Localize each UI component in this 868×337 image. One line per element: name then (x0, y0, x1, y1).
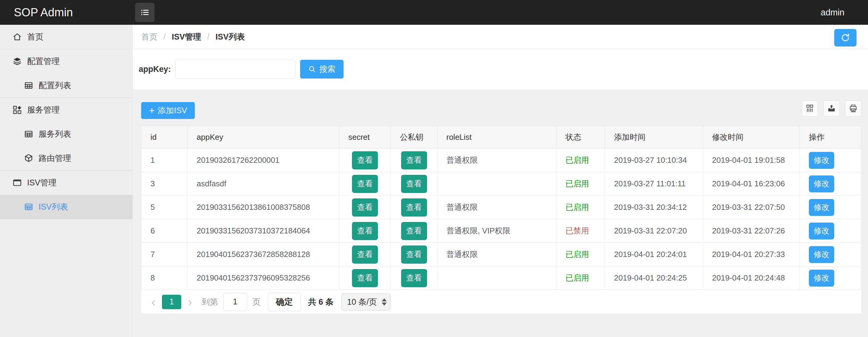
sidebar-item-route-mgmt[interactable]: 路由管理 (0, 146, 132, 170)
breadcrumb-isv-mgmt[interactable]: ISV管理 (172, 31, 202, 42)
sidebar-item-home[interactable]: 首页 (0, 25, 132, 49)
cube-icon (24, 153, 34, 163)
search-bar: appKey: 搜索 (133, 49, 868, 89)
view-secret-button[interactable]: 查看 (352, 151, 378, 169)
prev-page-button[interactable]: ‹ (150, 296, 157, 308)
plus-icon: + (149, 106, 155, 115)
goto-page-suffix: 页 (252, 297, 260, 307)
breadcrumb-separator: / (163, 32, 166, 41)
appkey-search-input[interactable] (175, 60, 295, 79)
cell-created: 2019-03-27 11:01:11 (605, 172, 703, 195)
edit-button[interactable]: 修改 (809, 175, 834, 192)
table-row: 8 20190401562373796095328256 查看 查看 已启用 2… (142, 266, 861, 290)
cell-id: 3 (142, 172, 188, 195)
cell-updated: 2019-04-01 16:23:06 (703, 172, 800, 195)
view-secret-button[interactable]: 查看 (352, 222, 378, 240)
cell-updated: 2019-03-31 22:07:50 (703, 196, 800, 219)
column-header-rolelist: roleList (437, 126, 556, 148)
edit-button[interactable]: 修改 (809, 223, 834, 240)
export-button[interactable] (824, 100, 840, 117)
sidebar-item-isv-list[interactable]: ISV列表 (0, 195, 132, 219)
column-header-id: id (142, 126, 188, 148)
table-icon (24, 129, 34, 139)
hamburger-icon (140, 7, 150, 18)
edit-button[interactable]: 修改 (809, 199, 834, 216)
sidebar-item-isv-mgmt[interactable]: ISV管理 (0, 171, 132, 195)
cell-created: 2019-03-31 20:34:12 (605, 196, 703, 219)
status-badge: 已禁用 (556, 219, 605, 243)
view-secret-button[interactable]: 查看 (352, 175, 378, 193)
sidebar-item-config-list[interactable]: 配置列表 (0, 74, 132, 97)
sidebar-item-label: 路由管理 (39, 153, 71, 164)
cell-appkey: 20190331562013861008375808 (188, 196, 339, 219)
print-icon (849, 104, 858, 113)
refresh-button[interactable] (834, 29, 857, 47)
view-secret-button[interactable]: 查看 (352, 246, 378, 263)
table-row: 5 20190331562013861008375808 查看 查看 普通权限 … (142, 196, 861, 219)
goto-page-input[interactable] (223, 293, 247, 311)
view-secret-button[interactable]: 查看 (352, 269, 378, 287)
select-arrows-icon (382, 298, 386, 306)
column-header-appkey: appKey (188, 126, 339, 148)
cell-appkey: asdfasdf (188, 172, 339, 195)
cell-appkey: 20190401562373672858288128 (188, 243, 339, 266)
edit-button[interactable]: 修改 (809, 270, 834, 287)
cell-updated: 2019-04-01 20:24:48 (703, 266, 800, 289)
view-keys-button[interactable]: 查看 (401, 222, 427, 240)
app-logo: SOP Admin (14, 0, 73, 25)
cell-rolelist: 普通权限 (437, 148, 556, 172)
cell-rolelist (437, 172, 556, 195)
toggle-columns-button[interactable] (802, 100, 818, 117)
divider (0, 219, 132, 219)
status-badge: 已启用 (556, 243, 605, 266)
column-header-keys: 公私钥 (391, 126, 437, 148)
sidebar-toggle-button[interactable] (135, 3, 154, 22)
edit-button[interactable]: 修改 (809, 152, 834, 169)
cell-updated: 2019-04-01 19:01:58 (703, 148, 800, 172)
table-toolbar: + 添加ISV (141, 89, 861, 125)
table-icon (24, 80, 34, 91)
column-header-updated: 修改时间 (703, 126, 800, 148)
view-keys-button[interactable]: 查看 (401, 269, 427, 287)
breadcrumb-home[interactable]: 首页 (141, 31, 157, 42)
sidebar-item-label: 服务管理 (27, 105, 60, 115)
search-icon (308, 65, 316, 74)
refresh-icon (840, 33, 850, 43)
sidebar-item-label: 配置列表 (39, 80, 71, 91)
columns-icon (805, 104, 814, 113)
view-keys-button[interactable]: 查看 (401, 198, 427, 217)
current-page-button[interactable]: 1 (162, 295, 181, 309)
pagination: ‹ 1 › 到第 页 确定 共 6 条 10 条/页 (141, 290, 861, 314)
sidebar-item-label: 服务列表 (39, 129, 71, 140)
table-row: 1 2019032617262200001 查看 查看 普通权限 已启用 201… (142, 148, 861, 172)
cell-appkey: 20190401562373796095328256 (188, 266, 339, 289)
confirm-page-button[interactable]: 确定 (268, 292, 301, 311)
edit-button[interactable]: 修改 (809, 246, 834, 263)
sidebar-item-service-list[interactable]: 服务列表 (0, 122, 132, 146)
add-isv-label: 添加ISV (158, 105, 187, 116)
main-content: 首页 / ISV管理 / ISV列表 appKey: 搜索 + 添加ISV (133, 25, 868, 337)
breadcrumb-isv-list[interactable]: ISV列表 (216, 31, 245, 42)
sidebar-item-label: ISV列表 (39, 201, 68, 212)
breadcrumb-separator: / (207, 32, 210, 41)
cell-appkey: 20190331562037310372184064 (188, 219, 339, 243)
status-badge: 已启用 (556, 196, 605, 219)
window-icon (12, 177, 22, 188)
page-size-select[interactable]: 10 条/页 (341, 293, 391, 310)
sidebar-item-service-mgmt[interactable]: 服务管理 (0, 98, 132, 122)
column-header-created: 添加时间 (605, 126, 703, 148)
current-user[interactable]: admin (820, 0, 844, 25)
search-button[interactable]: 搜索 (300, 60, 343, 79)
view-keys-button[interactable]: 查看 (401, 175, 427, 193)
next-page-button[interactable]: › (187, 296, 193, 308)
print-button[interactable] (845, 100, 861, 117)
cell-appkey: 2019032617262200001 (188, 148, 339, 172)
view-keys-button[interactable]: 查看 (401, 151, 427, 169)
page-size-value: 10 条/页 (347, 297, 377, 307)
add-isv-button[interactable]: + 添加ISV (141, 102, 195, 119)
total-count-label: 共 6 条 (308, 297, 334, 307)
view-keys-button[interactable]: 查看 (401, 246, 427, 263)
sidebar-item-label: 配置管理 (27, 56, 60, 67)
sidebar-item-config-mgmt[interactable]: 配置管理 (0, 49, 132, 74)
view-secret-button[interactable]: 查看 (352, 198, 378, 217)
